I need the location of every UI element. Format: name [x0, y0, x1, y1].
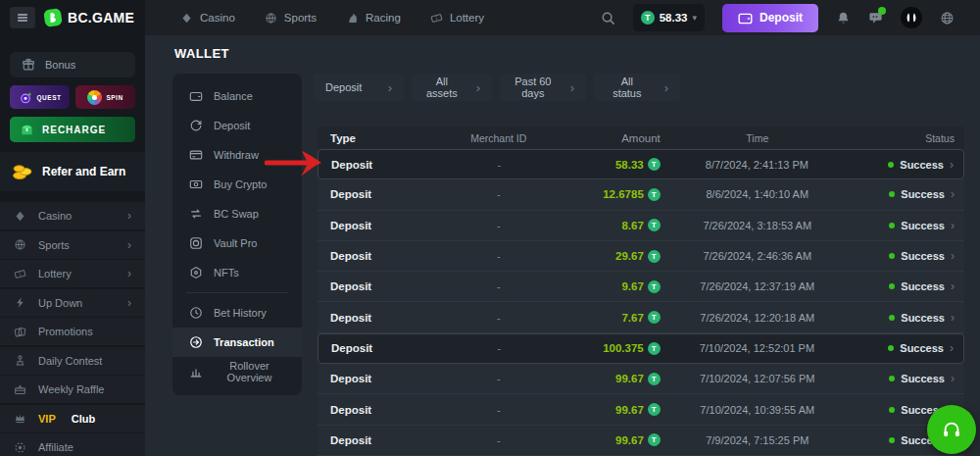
wallet-menu-label: NFTs	[214, 267, 239, 279]
sidebar-item-updown[interactable]: Up Down ›	[0, 289, 145, 317]
table-row[interactable]: Deposit - 58.33T 8/7/2024, 2:41:13 PM Su…	[318, 149, 964, 179]
cell-time: 7/9/2024, 7:15:25 PM	[661, 434, 855, 446]
quest-button[interactable]: QUEST	[10, 85, 70, 109]
racing-horse-icon	[346, 12, 359, 25]
wallet-menu-vault-pro[interactable]: Vault Pro	[172, 228, 302, 258]
table-row[interactable]: Deposit - 100.375T 7/10/2024, 12:52:01 P…	[318, 333, 964, 364]
table-row[interactable]: Deposit - 99.67T 7/9/2024, 7:15:25 PM Su…	[318, 426, 964, 456]
table-row[interactable]: Deposit - 99.67T 7/10/2024, 12:07:56 PM …	[318, 364, 964, 394]
sidebar-item-promotions[interactable]: Promotions	[0, 318, 145, 345]
language-button[interactable]	[940, 11, 955, 25]
nft-hexagon-icon	[189, 266, 203, 279]
wallet-menu-rollover-overview[interactable]: Rollover Overview	[172, 357, 302, 386]
table-row[interactable]: Deposit - 8.67T 7/26/2024, 3:18:53 AM Su…	[318, 211, 964, 241]
chat-button[interactable]	[868, 11, 883, 25]
cell-time: 8/6/2024, 1:40:10 AM	[661, 188, 855, 200]
sidebar-item-weekly-raffle[interactable]: Weekly Raffle	[0, 376, 145, 403]
recharge-button[interactable]: RECHARGE	[10, 117, 135, 142]
sidebar-item-sports[interactable]: Sports ›	[0, 231, 145, 259]
topnav-sports[interactable]: Sports	[265, 12, 317, 25]
sports-icon	[14, 238, 26, 251]
sidebar-item-affiliate[interactable]: Affiliate	[0, 433, 145, 456]
lottery-ticket-icon	[14, 268, 26, 280]
sidebar-item-label: Casino	[38, 210, 72, 222]
table-row[interactable]: Deposit - 12.6785T 8/6/2024, 1:40:10 AM …	[318, 179, 964, 210]
wallet-menu-bc-swap[interactable]: BC Swap	[172, 199, 302, 228]
cell-merchant-id: -	[408, 373, 589, 384]
cell-status[interactable]: Success›	[855, 249, 964, 263]
amount-value: 100.375	[603, 342, 644, 354]
cell-merchant-id: -	[408, 280, 589, 292]
table-row[interactable]: Deposit - 99.67T 7/10/2024, 10:39:55 AM …	[318, 394, 964, 425]
table-row[interactable]: Deposit - 7.67T 7/26/2024, 12:20:18 AM S…	[318, 302, 964, 332]
hamburger-menu-button[interactable]	[10, 7, 35, 28]
sidebar-item-lottery[interactable]: Lottery ›	[0, 260, 145, 287]
cell-merchant-id: -	[409, 159, 589, 171]
chevron-right-icon: ›	[951, 219, 955, 232]
wallet-menu-transaction[interactable]: Transaction	[172, 328, 302, 357]
chevron-right-icon: ›	[127, 209, 131, 223]
topnav-lottery[interactable]: Lottery	[430, 12, 484, 25]
table-row[interactable]: Deposit - 29.67T 7/26/2024, 2:46:36 AM S…	[318, 241, 964, 272]
sidebar-item-vip-club[interactable]: VIPClub	[0, 405, 145, 432]
topnav-racing[interactable]: Racing	[346, 12, 401, 25]
wallet-menu-buy-crypto[interactable]: Buy Crypto	[172, 170, 302, 199]
vip-label: Club	[72, 413, 95, 425]
filter-label: All assets	[423, 76, 461, 99]
search-button[interactable]	[601, 11, 615, 25]
cell-status[interactable]: Success›	[855, 219, 964, 232]
success-dot-icon	[888, 345, 894, 351]
filter-assets-dropdown[interactable]: All assets›	[412, 74, 492, 101]
refer-and-earn-button[interactable]: Refer and Earn	[0, 152, 145, 191]
wallet-menu-nfts[interactable]: NFTs	[172, 258, 302, 287]
cell-time: 7/26/2024, 12:37:19 AM	[661, 280, 855, 292]
sidebar-item-casino[interactable]: Casino ›	[0, 202, 145, 229]
support-button[interactable]	[927, 405, 976, 454]
cell-merchant-id: -	[408, 312, 589, 324]
wallet-menu-deposit[interactable]: Deposit	[172, 111, 302, 140]
gift-icon	[22, 58, 35, 72]
cell-type: Deposit	[318, 373, 408, 384]
cell-time: 7/10/2024, 10:39:55 AM	[661, 404, 855, 416]
filter-type-dropdown[interactable]: Deposit›	[314, 74, 404, 101]
filter-bar: Deposit› All assets› Past 60 days› All s…	[314, 74, 680, 101]
spin-button[interactable]: SPIN	[75, 85, 135, 109]
cell-type: Deposit	[318, 342, 409, 354]
cell-amount: 9.67T	[589, 280, 661, 293]
cell-status[interactable]: Success›	[854, 158, 963, 172]
notifications-button[interactable]	[836, 11, 851, 25]
cell-amount: 99.67T	[589, 403, 661, 416]
wallet-menu-withdraw[interactable]: Withdraw	[172, 140, 302, 170]
cell-time: 7/10/2024, 12:07:56 PM	[661, 373, 855, 384]
cell-status[interactable]: Success›	[854, 341, 963, 355]
usdt-coin-icon: T	[648, 219, 661, 231]
deposit-button[interactable]: Deposit	[722, 4, 818, 32]
wallet-menu-label: Vault Pro	[214, 237, 257, 249]
cell-status[interactable]: Success›	[855, 311, 964, 325]
swap-arrows-icon	[189, 207, 203, 221]
amount-value: 99.67	[615, 404, 644, 416]
sports-icon	[265, 12, 277, 25]
bonus-button[interactable]: Bonus	[10, 52, 135, 77]
cell-status[interactable]: Success›	[855, 372, 964, 385]
balance-selector[interactable]: T 58.33 ▾	[633, 4, 705, 31]
cell-amount: 100.375T	[589, 342, 660, 355]
status-label: Success	[901, 312, 945, 324]
chevron-right-icon: ›	[476, 80, 480, 95]
bcgame-logo[interactable]: BC.GAME	[43, 8, 134, 27]
affiliate-icon	[14, 441, 26, 454]
cell-status[interactable]: Success›	[855, 279, 964, 293]
wallet-menu-balance[interactable]: Balance	[172, 81, 302, 111]
wallet-menu-bet-history[interactable]: Bet History	[172, 298, 302, 328]
filter-status-dropdown[interactable]: All status›	[594, 74, 680, 101]
cell-status[interactable]: Success›	[855, 187, 964, 201]
sidebar-item-daily-contest[interactable]: Daily Contest	[0, 347, 145, 375]
topbar-right: T 58.33 ▾ Deposit	[601, 4, 980, 32]
user-avatar[interactable]	[901, 7, 922, 28]
status-label: Success	[901, 373, 945, 384]
table-row[interactable]: Deposit - 9.67T 7/26/2024, 12:37:19 AM S…	[318, 272, 964, 302]
menu-divider	[186, 292, 288, 293]
filter-date-dropdown[interactable]: Past 60 days›	[500, 74, 586, 101]
cell-amount: 99.67T	[589, 433, 661, 446]
topnav-casino[interactable]: Casino	[180, 12, 235, 25]
